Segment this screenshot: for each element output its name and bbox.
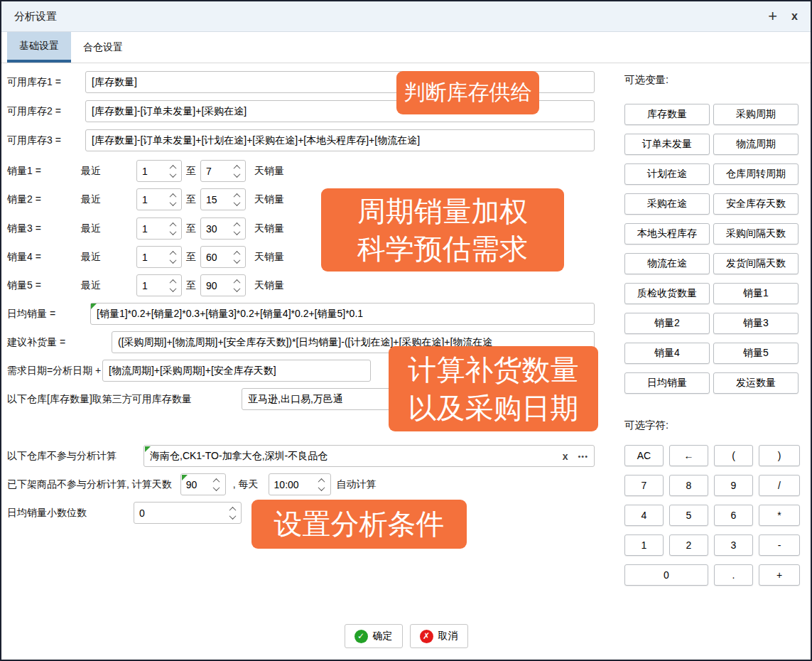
variable-button[interactable]: 销量5 bbox=[713, 343, 799, 364]
variable-button[interactable]: 销量2 bbox=[624, 313, 710, 334]
sales-2-from-value[interactable]: 1 bbox=[137, 189, 166, 210]
variable-button[interactable]: 销量4 bbox=[624, 343, 710, 364]
sales-2-from-spinner[interactable]: 1 bbox=[136, 188, 182, 210]
variable-button[interactable]: 安全库存天数 bbox=[713, 193, 799, 215]
cancel-button[interactable]: ✗ 取消 bbox=[410, 624, 468, 648]
sales-3-to-spinner[interactable]: 30 bbox=[200, 217, 246, 240]
sales-2-label: 销量2 = bbox=[7, 193, 81, 206]
spinner-down-icon[interactable] bbox=[169, 285, 176, 292]
variable-button[interactable]: 物流周期 bbox=[713, 134, 799, 155]
spinner-down-icon[interactable] bbox=[229, 512, 236, 520]
calc-key[interactable]: - bbox=[759, 534, 800, 556]
auto-calc-time-spinner[interactable]: 10:00 bbox=[269, 473, 331, 495]
auto-calc-time-value[interactable]: 10:00 bbox=[269, 474, 315, 495]
calc-key[interactable]: 2 bbox=[669, 534, 708, 556]
variable-button[interactable]: 本地头程库存 bbox=[624, 223, 710, 244]
calc-key[interactable]: 4 bbox=[624, 505, 664, 526]
calc-key[interactable]: ← bbox=[669, 445, 708, 466]
variable-button[interactable]: 发运数量 bbox=[713, 372, 799, 394]
calc-key[interactable]: 9 bbox=[714, 475, 753, 496]
sales-5-from-value[interactable]: 1 bbox=[137, 275, 166, 296]
sales-3-from-value[interactable]: 1 bbox=[137, 218, 166, 239]
sales-4-to-value[interactable]: 60 bbox=[201, 247, 230, 267]
add-icon[interactable]: + bbox=[768, 9, 777, 24]
sales-2-to-value[interactable]: 15 bbox=[201, 189, 230, 210]
daily-average-sales-input[interactable] bbox=[90, 303, 595, 325]
sales-3-from-spinner[interactable]: 1 bbox=[136, 217, 182, 240]
decimal-places-value[interactable]: 0 bbox=[134, 503, 226, 523]
variable-button[interactable]: 销量3 bbox=[713, 313, 799, 334]
spinner-down-icon[interactable] bbox=[169, 228, 176, 235]
sales-5-from-spinner[interactable]: 1 bbox=[136, 274, 182, 296]
spinner-down-icon[interactable] bbox=[213, 484, 220, 491]
more-options-icon[interactable]: ••• bbox=[578, 452, 588, 461]
sales-4-to-spinner[interactable]: 60 bbox=[200, 246, 246, 268]
calc-key[interactable]: AC bbox=[624, 445, 664, 466]
sales-4-from-spinner[interactable]: 1 bbox=[136, 246, 182, 268]
variable-button[interactable]: 采购周期 bbox=[713, 104, 799, 125]
variable-button[interactable]: 发货间隔天数 bbox=[713, 253, 799, 274]
excluded-warehouses-input[interactable] bbox=[150, 451, 557, 462]
calc-key[interactable]: 3 bbox=[714, 534, 753, 556]
calc-key[interactable]: ( bbox=[714, 445, 753, 466]
variable-button[interactable]: 物流在途 bbox=[624, 253, 710, 274]
sales-2-to-spinner[interactable]: 15 bbox=[200, 188, 246, 210]
tab-merge-settings[interactable]: 合仓设置 bbox=[71, 32, 135, 63]
spinner-down-icon[interactable] bbox=[169, 257, 176, 264]
variable-button[interactable]: 订单未发量 bbox=[624, 134, 710, 155]
right-panel: 可选变量: 库存数量 采购周期 订单未发量 物流周期 计划在途 仓库周转周期 采… bbox=[619, 63, 803, 586]
variable-button[interactable]: 采购间隔天数 bbox=[713, 223, 799, 244]
demand-date-input[interactable] bbox=[102, 360, 371, 382]
variable-button[interactable]: 质检收货数量 bbox=[624, 283, 710, 304]
optional-variables-title: 可选变量: bbox=[624, 73, 803, 87]
spinner-down-icon[interactable] bbox=[318, 484, 325, 491]
calc-key-zero[interactable]: 0 bbox=[624, 564, 708, 586]
sales-5-to-value[interactable]: 90 bbox=[201, 275, 230, 296]
spinner-down-icon[interactable] bbox=[169, 171, 176, 178]
sales-1-to-spinner[interactable]: 7 bbox=[200, 160, 246, 182]
days-sales-label: 天销量 bbox=[254, 279, 284, 292]
check-icon: ✓ bbox=[354, 630, 368, 643]
variable-button[interactable]: 计划在途 bbox=[624, 163, 710, 185]
tab-basic-settings[interactable]: 基础设置 bbox=[7, 32, 71, 63]
sales-1-from-spinner[interactable]: 1 bbox=[136, 160, 182, 182]
spinner-down-icon[interactable] bbox=[233, 199, 240, 206]
calc-key[interactable]: ) bbox=[759, 445, 800, 466]
calc-key[interactable]: 7 bbox=[624, 475, 664, 496]
offshelf-days-spinner[interactable]: 90 bbox=[180, 473, 226, 495]
clear-icon[interactable]: x bbox=[563, 451, 568, 462]
variable-button[interactable]: 日均销量 bbox=[624, 372, 710, 394]
spinner-down-icon[interactable] bbox=[233, 228, 240, 235]
excluded-warehouses-field[interactable]: x ••• bbox=[144, 445, 595, 467]
ok-button-label: 确定 bbox=[373, 630, 393, 643]
spinner-down-icon[interactable] bbox=[233, 285, 240, 292]
calc-key[interactable]: . bbox=[714, 564, 753, 586]
sales-5-to-spinner[interactable]: 90 bbox=[200, 274, 246, 296]
days-sales-label: 天销量 bbox=[254, 222, 284, 235]
available-stock-3-input[interactable] bbox=[85, 129, 595, 151]
sales-1-to-value[interactable]: 7 bbox=[201, 161, 230, 181]
callout-analysis-conditions: 设置分析条件 bbox=[251, 500, 467, 549]
calc-key[interactable]: + bbox=[759, 564, 800, 586]
calc-key[interactable]: 8 bbox=[669, 475, 708, 496]
variable-button[interactable]: 销量1 bbox=[713, 283, 799, 304]
spinner-down-icon[interactable] bbox=[233, 257, 240, 264]
sales-1-from-value[interactable]: 1 bbox=[137, 161, 166, 181]
spinner-down-icon[interactable] bbox=[233, 171, 240, 178]
variable-button[interactable]: 仓库周转周期 bbox=[713, 163, 799, 185]
calc-key[interactable]: / bbox=[759, 475, 800, 496]
variable-button[interactable]: 库存数量 bbox=[624, 104, 710, 125]
callout-replenishment: 计算补货数量 以及采购日期 bbox=[389, 346, 598, 431]
spinner-down-icon[interactable] bbox=[169, 199, 176, 206]
sales-4-from-value[interactable]: 1 bbox=[137, 247, 166, 267]
variable-button[interactable]: 采购在途 bbox=[624, 193, 710, 215]
decimal-places-spinner[interactable]: 0 bbox=[134, 502, 242, 524]
optional-characters-title: 可选字符: bbox=[624, 419, 803, 432]
calc-key[interactable]: 1 bbox=[624, 534, 664, 556]
close-icon[interactable]: x bbox=[791, 11, 798, 22]
calc-key[interactable]: 6 bbox=[714, 505, 753, 526]
calc-key[interactable]: * bbox=[759, 505, 800, 526]
ok-button[interactable]: ✓ 确定 bbox=[345, 624, 403, 648]
sales-3-to-value[interactable]: 30 bbox=[201, 218, 230, 239]
calc-key[interactable]: 5 bbox=[669, 505, 708, 526]
